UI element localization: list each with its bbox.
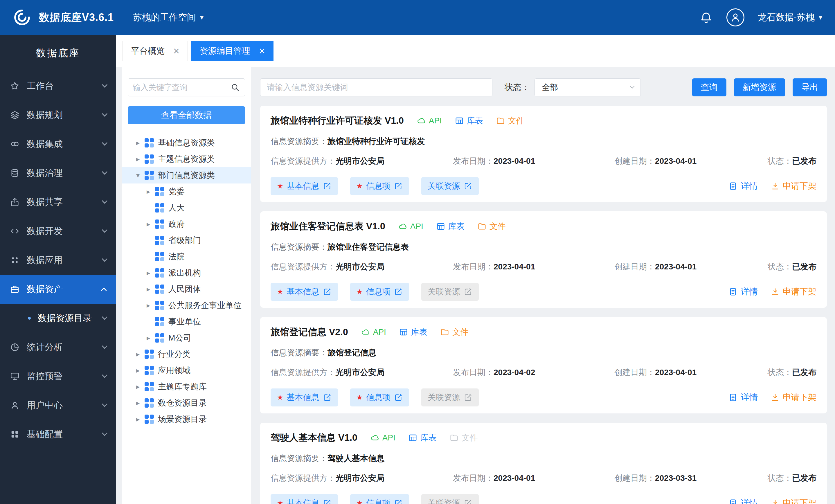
tree-search-input[interactable] <box>133 83 227 92</box>
caret-right-icon[interactable]: ▸ <box>134 366 142 375</box>
resource-card: 旅馆业住客登记信息表 V1.0 API 库表 文件 信息资源摘要：旅馆业住客登记… <box>260 211 827 308</box>
sidebar-item-data-development[interactable]: 数据开发 <box>0 217 116 246</box>
tree-node-dispatched-agencies[interactable]: ▸派出机构 <box>122 265 251 281</box>
tree-node-peoples-organizations[interactable]: ▸人民团体 <box>122 281 251 297</box>
tree-node-court[interactable]: 法院 <box>122 248 251 265</box>
sidebar-item-workbench[interactable]: 工作台 <box>0 72 116 100</box>
tree-node-label: 主题信息资源类 <box>158 154 215 165</box>
sidebar-item-data-application[interactable]: 数据应用 <box>0 246 116 275</box>
chevron-down-icon <box>630 84 635 88</box>
close-icon[interactable]: × <box>259 46 265 56</box>
caret-right-icon[interactable]: ▸ <box>134 415 142 423</box>
related-resource-button[interactable]: 关联资源 <box>421 283 479 301</box>
sidebar-item-basic-config[interactable]: 基础配置 <box>0 420 116 449</box>
tree-node-theme-library[interactable]: ▸主题库专题库 <box>122 379 251 395</box>
tree-node-data-warehouse-catalog[interactable]: ▸数仓资源目录 <box>122 395 251 411</box>
sidebar-item-data-integration[interactable]: 数据集成 <box>0 129 116 159</box>
sidebar-item-data-governance[interactable]: 数据治理 <box>0 159 116 187</box>
publish-date-value: 2023-04-01 <box>493 262 535 271</box>
sidebar-item-monitoring[interactable]: 监控预警 <box>0 362 116 391</box>
create-date-value: 2023-04-01 <box>655 262 696 271</box>
cloud-icon <box>370 433 380 442</box>
related-resource-button[interactable]: 关联资源 <box>421 494 479 504</box>
query-button[interactable]: 查询 <box>692 78 727 96</box>
sidebar-item-label: 用户中心 <box>27 399 102 411</box>
caret-right-icon[interactable]: ▸ <box>134 139 142 147</box>
caret-right-icon[interactable]: ▸ <box>134 155 142 163</box>
request-offline-link[interactable]: 申请下架 <box>771 497 816 504</box>
monitor-icon <box>10 371 20 381</box>
tree-node-m-company[interactable]: ▸M公司 <box>122 330 251 346</box>
caret-right-icon[interactable]: ▸ <box>144 301 153 309</box>
info-items-button[interactable]: ★信息项 <box>350 177 409 195</box>
caret-right-icon[interactable]: ▸ <box>144 285 153 293</box>
tree-node-application-domain[interactable]: ▸应用领域 <box>122 362 251 379</box>
tree-node-government[interactable]: ▸政府 <box>122 216 251 232</box>
basic-info-button[interactable]: ★基本信息 <box>270 388 338 406</box>
view-all-data-button[interactable]: 查看全部数据 <box>128 106 245 124</box>
sidebar-item-label: 数据共享 <box>27 196 102 208</box>
table-icon <box>399 327 408 337</box>
basic-info-button[interactable]: ★基本信息 <box>270 177 338 195</box>
sidebar-item-statistics[interactable]: 统计分析 <box>0 333 116 362</box>
sidebar-item-data-assets[interactable]: 数据资产 <box>0 275 116 304</box>
request-offline-link[interactable]: 申请下架 <box>771 392 816 403</box>
search-icon[interactable] <box>230 82 240 92</box>
resource-search-input[interactable] <box>267 83 486 92</box>
tab-platform-overview[interactable]: 平台概览 × <box>123 41 188 61</box>
basic-info-button[interactable]: ★基本信息 <box>270 494 338 504</box>
user-avatar[interactable] <box>727 8 745 26</box>
caret-right-icon[interactable]: ▸ <box>144 187 153 196</box>
detail-link[interactable]: 详情 <box>729 180 758 192</box>
request-offline-link[interactable]: 申请下架 <box>771 180 816 192</box>
tree-node-department-info-resources[interactable]: ▾部门信息资源类 <box>122 167 251 183</box>
caret-right-icon[interactable]: ▸ <box>134 350 142 358</box>
chip-label: 关联资源 <box>428 286 460 297</box>
caret-right-icon[interactable]: ▸ <box>144 334 153 342</box>
info-items-button[interactable]: ★信息项 <box>350 494 409 504</box>
notification-bell-icon[interactable] <box>699 11 713 24</box>
info-items-button[interactable]: ★信息项 <box>350 283 409 301</box>
export-button[interactable]: 导出 <box>793 78 827 96</box>
tree-node-scenario-resource-catalog[interactable]: ▸场景资源目录 <box>122 411 251 427</box>
folder-icon <box>496 116 505 125</box>
detail-link[interactable]: 详情 <box>729 286 758 298</box>
tag-api: API <box>416 116 442 125</box>
pie-chart-icon <box>10 342 20 352</box>
tree-node-public-institutions[interactable]: 事业单位 <box>122 314 251 330</box>
detail-link[interactable]: 详情 <box>729 497 758 504</box>
caret-right-icon[interactable]: ▸ <box>134 399 142 407</box>
status-select[interactable]: 全部 <box>534 78 641 96</box>
caret-right-icon[interactable]: ▸ <box>144 220 153 228</box>
sidebar-item-data-planning[interactable]: 数据规划 <box>0 100 116 129</box>
sidebar-item-data-resource-catalog[interactable]: 数据资源目录 <box>0 304 116 333</box>
detail-link[interactable]: 详情 <box>729 392 758 403</box>
caret-right-icon[interactable]: ▸ <box>134 383 142 391</box>
sidebar-item-user-center[interactable]: 用户中心 <box>0 391 116 420</box>
tag-label: 库表 <box>421 432 437 443</box>
workspace-switcher[interactable]: 苏槐的工作空间 ▾ <box>133 11 204 23</box>
close-icon[interactable]: × <box>173 46 179 56</box>
tree-node-peoples-congress[interactable]: 人大 <box>122 200 251 216</box>
tree-node-theme-info-resources[interactable]: ▸主题信息资源类 <box>122 151 251 167</box>
caret-right-icon[interactable]: ▸ <box>144 269 153 277</box>
tag-label: 文件 <box>489 221 506 232</box>
tree-node-provincial-departments[interactable]: 省级部门 <box>122 232 251 248</box>
request-offline-link[interactable]: 申请下架 <box>771 286 816 298</box>
tag-label: 库表 <box>467 115 483 126</box>
basic-info-button[interactable]: ★基本信息 <box>270 283 338 301</box>
sidebar-item-label: 统计分析 <box>27 341 102 353</box>
add-resource-button[interactable]: 新增资源 <box>734 78 785 96</box>
tab-resource-catalog-management[interactable]: 资源编目管理 × <box>191 41 273 61</box>
tree-node-public-service-enterprises[interactable]: ▸公共服务企事业单位 <box>122 297 251 314</box>
related-resource-button[interactable]: 关联资源 <box>421 177 479 195</box>
info-items-button[interactable]: ★信息项 <box>350 388 409 406</box>
user-menu[interactable]: 龙石数据-苏槐 ▾ <box>758 11 822 23</box>
caret-down-icon[interactable]: ▾ <box>134 171 142 179</box>
tree-node-industry-classification[interactable]: ▸行业分类 <box>122 346 251 362</box>
tree-node-basic-info-resources[interactable]: ▸基础信息资源类 <box>122 135 251 151</box>
tree-node-party-committee[interactable]: ▸党委 <box>122 183 251 200</box>
status-value: 已发布 <box>792 261 816 272</box>
related-resource-button[interactable]: 关联资源 <box>421 388 479 406</box>
sidebar-item-data-sharing[interactable]: 数据共享 <box>0 187 116 217</box>
